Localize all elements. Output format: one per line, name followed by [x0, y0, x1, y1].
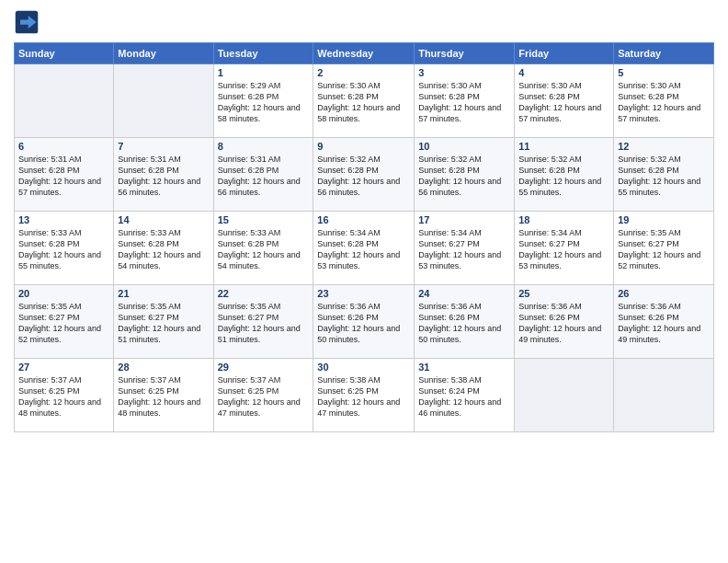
day-info: Sunrise: 5:30 AMSunset: 6:28 PMDaylight:…	[418, 80, 510, 125]
day-info: Sunrise: 5:30 AMSunset: 6:28 PMDaylight:…	[317, 80, 410, 125]
day-info: Sunrise: 5:30 AMSunset: 6:28 PMDaylight:…	[518, 80, 609, 125]
day-number: 25	[518, 288, 609, 299]
day-info: Sunrise: 5:34 AMSunset: 6:27 PMDaylight:…	[418, 227, 510, 272]
day-info: Sunrise: 5:33 AMSunset: 6:28 PMDaylight:…	[118, 227, 209, 272]
calendar-cell: 18Sunrise: 5:34 AMSunset: 6:27 PMDayligh…	[515, 212, 614, 285]
day-number: 9	[317, 141, 410, 152]
calendar-cell: 12Sunrise: 5:32 AMSunset: 6:28 PMDayligh…	[614, 138, 714, 212]
day-info: Sunrise: 5:32 AMSunset: 6:28 PMDaylight:…	[618, 154, 710, 199]
calendar-cell: 1Sunrise: 5:29 AMSunset: 6:28 PMDaylight…	[213, 64, 313, 138]
day-number: 6	[18, 141, 109, 152]
calendar-cell: 8Sunrise: 5:31 AMSunset: 6:28 PMDaylight…	[213, 138, 313, 212]
calendar-cell: 25Sunrise: 5:36 AMSunset: 6:26 PMDayligh…	[515, 285, 614, 359]
calendar-cell: 11Sunrise: 5:32 AMSunset: 6:28 PMDayligh…	[515, 138, 614, 212]
calendar-cell: 3Sunrise: 5:30 AMSunset: 6:28 PMDaylight…	[415, 64, 515, 138]
day-number: 12	[618, 141, 710, 152]
calendar-cell: 20Sunrise: 5:35 AMSunset: 6:27 PMDayligh…	[15, 285, 114, 359]
week-row-3: 13Sunrise: 5:33 AMSunset: 6:28 PMDayligh…	[15, 212, 714, 285]
day-info: Sunrise: 5:35 AMSunset: 6:27 PMDaylight:…	[218, 301, 310, 346]
day-number: 17	[418, 214, 510, 225]
calendar-cell: 23Sunrise: 5:36 AMSunset: 6:26 PMDayligh…	[313, 285, 415, 359]
day-number: 29	[218, 362, 310, 373]
day-info: Sunrise: 5:37 AMSunset: 6:25 PMDaylight:…	[18, 374, 109, 419]
calendar-cell: 5Sunrise: 5:30 AMSunset: 6:28 PMDaylight…	[614, 64, 714, 138]
day-number: 31	[418, 362, 510, 373]
day-number: 26	[618, 288, 710, 299]
day-number: 19	[618, 214, 710, 225]
calendar-cell: 10Sunrise: 5:32 AMSunset: 6:28 PMDayligh…	[415, 138, 515, 212]
day-number: 28	[118, 362, 209, 373]
day-number: 3	[418, 67, 510, 78]
day-number: 20	[18, 288, 109, 299]
day-info: Sunrise: 5:35 AMSunset: 6:27 PMDaylight:…	[18, 301, 109, 346]
calendar-cell: 7Sunrise: 5:31 AMSunset: 6:28 PMDaylight…	[114, 138, 213, 212]
calendar-cell	[614, 359, 714, 432]
day-number: 7	[118, 141, 209, 152]
calendar-cell: 14Sunrise: 5:33 AMSunset: 6:28 PMDayligh…	[114, 212, 213, 285]
calendar-cell: 31Sunrise: 5:38 AMSunset: 6:24 PMDayligh…	[415, 359, 515, 432]
calendar-cell: 19Sunrise: 5:35 AMSunset: 6:27 PMDayligh…	[614, 212, 714, 285]
day-info: Sunrise: 5:32 AMSunset: 6:28 PMDaylight:…	[317, 154, 410, 199]
day-number: 4	[518, 67, 609, 78]
day-info: Sunrise: 5:29 AMSunset: 6:28 PMDaylight:…	[218, 80, 310, 125]
day-info: Sunrise: 5:38 AMSunset: 6:25 PMDaylight:…	[317, 374, 410, 419]
day-info: Sunrise: 5:31 AMSunset: 6:28 PMDaylight:…	[218, 154, 310, 199]
calendar-cell: 15Sunrise: 5:33 AMSunset: 6:28 PMDayligh…	[213, 212, 313, 285]
weekday-header-thursday: Thursday	[415, 43, 515, 64]
day-number: 1	[218, 67, 310, 78]
day-number: 23	[317, 288, 410, 299]
weekday-header-tuesday: Tuesday	[213, 43, 313, 64]
day-info: Sunrise: 5:31 AMSunset: 6:28 PMDaylight:…	[118, 154, 209, 199]
day-number: 8	[218, 141, 310, 152]
calendar-cell: 26Sunrise: 5:36 AMSunset: 6:26 PMDayligh…	[614, 285, 714, 359]
calendar-cell: 4Sunrise: 5:30 AMSunset: 6:28 PMDaylight…	[515, 64, 614, 138]
day-number: 18	[518, 214, 609, 225]
day-number: 24	[418, 288, 510, 299]
calendar-cell: 22Sunrise: 5:35 AMSunset: 6:27 PMDayligh…	[213, 285, 313, 359]
day-number: 13	[18, 214, 109, 225]
logo-icon	[14, 9, 40, 35]
day-number: 27	[18, 362, 109, 373]
day-info: Sunrise: 5:36 AMSunset: 6:26 PMDaylight:…	[518, 301, 609, 346]
header	[14, 9, 714, 35]
day-number: 5	[618, 67, 710, 78]
logo	[14, 9, 43, 35]
day-number: 14	[118, 214, 209, 225]
week-row-1: 1Sunrise: 5:29 AMSunset: 6:28 PMDaylight…	[15, 64, 714, 138]
day-info: Sunrise: 5:33 AMSunset: 6:28 PMDaylight:…	[18, 227, 109, 272]
day-number: 30	[317, 362, 410, 373]
calendar-cell: 30Sunrise: 5:38 AMSunset: 6:25 PMDayligh…	[313, 359, 415, 432]
day-info: Sunrise: 5:36 AMSunset: 6:26 PMDaylight:…	[418, 301, 510, 346]
calendar-cell: 17Sunrise: 5:34 AMSunset: 6:27 PMDayligh…	[415, 212, 515, 285]
day-info: Sunrise: 5:34 AMSunset: 6:27 PMDaylight:…	[518, 227, 609, 272]
calendar-cell: 13Sunrise: 5:33 AMSunset: 6:28 PMDayligh…	[15, 212, 114, 285]
calendar-cell: 16Sunrise: 5:34 AMSunset: 6:28 PMDayligh…	[313, 212, 415, 285]
calendar-table: SundayMondayTuesdayWednesdayThursdayFrid…	[14, 42, 714, 432]
calendar-cell: 29Sunrise: 5:37 AMSunset: 6:25 PMDayligh…	[213, 359, 313, 432]
calendar-cell	[15, 64, 114, 138]
weekday-header-monday: Monday	[114, 43, 213, 64]
day-number: 15	[218, 214, 310, 225]
day-info: Sunrise: 5:36 AMSunset: 6:26 PMDaylight:…	[317, 301, 410, 346]
day-info: Sunrise: 5:37 AMSunset: 6:25 PMDaylight:…	[118, 374, 209, 419]
weekday-header-row: SundayMondayTuesdayWednesdayThursdayFrid…	[15, 43, 714, 64]
day-info: Sunrise: 5:30 AMSunset: 6:28 PMDaylight:…	[618, 80, 710, 125]
day-info: Sunrise: 5:37 AMSunset: 6:25 PMDaylight:…	[218, 374, 310, 419]
day-number: 10	[418, 141, 510, 152]
day-info: Sunrise: 5:36 AMSunset: 6:26 PMDaylight:…	[618, 301, 710, 346]
weekday-header-sunday: Sunday	[15, 43, 114, 64]
weekday-header-wednesday: Wednesday	[313, 43, 415, 64]
calendar-cell	[515, 359, 614, 432]
day-number: 21	[118, 288, 209, 299]
page: SundayMondayTuesdayWednesdayThursdayFrid…	[0, 0, 728, 563]
week-row-2: 6Sunrise: 5:31 AMSunset: 6:28 PMDaylight…	[15, 138, 714, 212]
day-info: Sunrise: 5:35 AMSunset: 6:27 PMDaylight:…	[118, 301, 209, 346]
calendar-cell: 21Sunrise: 5:35 AMSunset: 6:27 PMDayligh…	[114, 285, 213, 359]
calendar-cell: 28Sunrise: 5:37 AMSunset: 6:25 PMDayligh…	[114, 359, 213, 432]
day-number: 2	[317, 67, 410, 78]
day-info: Sunrise: 5:32 AMSunset: 6:28 PMDaylight:…	[518, 154, 609, 199]
week-row-5: 27Sunrise: 5:37 AMSunset: 6:25 PMDayligh…	[15, 359, 714, 432]
weekday-header-friday: Friday	[515, 43, 614, 64]
day-info: Sunrise: 5:31 AMSunset: 6:28 PMDaylight:…	[18, 154, 109, 199]
calendar-cell	[114, 64, 213, 138]
